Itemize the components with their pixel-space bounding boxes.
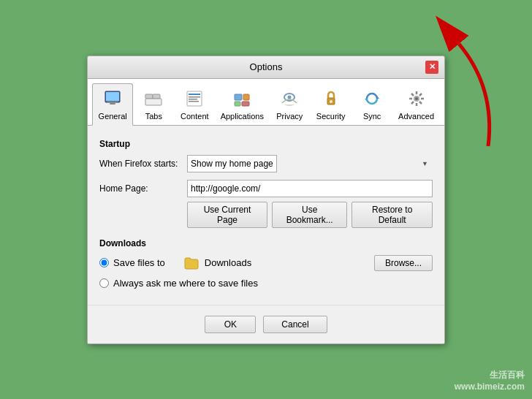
svg-point-23	[415, 97, 418, 100]
download-path-row: Downloads	[183, 254, 251, 272]
always-ask-radio[interactable]	[99, 278, 109, 288]
browse-button[interactable]: Browse...	[374, 255, 433, 271]
svg-rect-10	[189, 99, 197, 100]
sync-icon	[360, 87, 384, 110]
always-ask-label: Always ask me where to save files	[113, 278, 258, 289]
tab-sync-label: Sync	[363, 112, 381, 121]
tabs-icon	[142, 87, 165, 110]
applications-icon	[230, 87, 254, 110]
options-dialog: Options ✕ General	[87, 56, 445, 344]
ok-button[interactable]: OK	[205, 316, 256, 333]
homepage-row: Home Page:	[99, 180, 433, 197]
tab-general[interactable]: General	[92, 83, 133, 126]
close-button[interactable]: ✕	[425, 61, 438, 74]
downloads-section: Downloads Save files to Downloads Browse…	[99, 238, 433, 289]
svg-rect-14	[235, 102, 240, 106]
tab-tabs[interactable]: Tabs	[133, 83, 174, 126]
tab-security-label: Security	[316, 112, 346, 121]
svg-rect-15	[242, 102, 249, 106]
title-bar: Options ✕	[88, 56, 444, 79]
download-path-text: Downloads	[205, 257, 251, 268]
general-icon	[101, 87, 124, 110]
use-bookmark-button[interactable]: Use Bookmark...	[272, 202, 347, 228]
startup-select-wrapper: Show my home page	[187, 155, 433, 172]
startup-row: When Firefox starts: Show my home page	[99, 155, 433, 172]
tab-content[interactable]: Content	[174, 83, 215, 126]
tab-advanced[interactable]: Advanced	[392, 83, 440, 126]
svg-rect-4	[145, 94, 153, 99]
save-files-row: Save files to Downloads Browse...	[99, 254, 433, 272]
homepage-button-row: Use Current Page Use Bookmark... Restore…	[99, 202, 433, 228]
tab-applications[interactable]: Applications	[215, 83, 269, 126]
homepage-input[interactable]	[187, 180, 433, 197]
svg-line-30	[419, 94, 422, 96]
tab-security[interactable]: Security	[310, 83, 352, 126]
use-current-page-button[interactable]: Use Current Page	[187, 202, 267, 228]
svg-point-17	[288, 95, 292, 99]
svg-rect-3	[110, 103, 115, 104]
watermark-line1: 生活百科	[455, 369, 525, 381]
tab-sync[interactable]: Sync	[352, 83, 392, 126]
tab-applications-label: Applications	[221, 112, 264, 121]
svg-rect-5	[153, 94, 160, 99]
tab-privacy-label: Privacy	[276, 112, 303, 121]
startup-select[interactable]: Show my home page	[187, 155, 277, 172]
folder-icon	[183, 254, 200, 272]
always-ask-row: Always ask me where to save files	[99, 278, 433, 289]
homepage-label: Home Page:	[99, 183, 187, 194]
svg-rect-9	[189, 96, 200, 98]
svg-rect-8	[189, 94, 200, 95]
watermark: 生活百科 www.bimeiz.com	[455, 369, 525, 392]
tab-content-label: Content	[180, 112, 209, 121]
toolbar: General Tabs C	[88, 79, 444, 126]
security-icon	[319, 87, 343, 110]
save-files-radio[interactable]	[99, 258, 109, 267]
svg-rect-1	[106, 92, 119, 101]
svg-rect-12	[235, 94, 242, 100]
dialog-title: Options	[107, 61, 425, 72]
svg-rect-11	[189, 101, 199, 102]
restore-default-button[interactable]: Restore to Default	[352, 202, 433, 228]
svg-marker-20	[376, 95, 379, 99]
cancel-button[interactable]: Cancel	[263, 316, 327, 333]
svg-point-19	[330, 100, 332, 103]
startup-section-title: Startup	[99, 139, 433, 149]
privacy-icon	[278, 87, 301, 110]
dialog-footer: OK Cancel	[88, 305, 444, 343]
svg-line-28	[411, 94, 414, 96]
main-content: Startup When Firefox starts: Show my hom…	[88, 126, 444, 305]
tab-tabs-label: Tabs	[145, 112, 162, 121]
downloads-section-title: Downloads	[99, 238, 433, 248]
watermark-line2: www.bimeiz.com	[455, 381, 525, 392]
tab-general-label: General	[99, 112, 127, 121]
save-files-label: Save files to	[113, 257, 165, 268]
content-icon	[183, 87, 206, 110]
tab-privacy[interactable]: Privacy	[269, 83, 310, 126]
svg-line-29	[419, 102, 422, 104]
advanced-icon	[405, 87, 428, 110]
startup-label: When Firefox starts:	[99, 159, 187, 169]
tab-advanced-label: Advanced	[398, 112, 434, 121]
svg-line-31	[411, 102, 414, 104]
svg-rect-2	[107, 102, 118, 103]
svg-rect-6	[145, 99, 162, 105]
svg-rect-13	[243, 94, 249, 100]
